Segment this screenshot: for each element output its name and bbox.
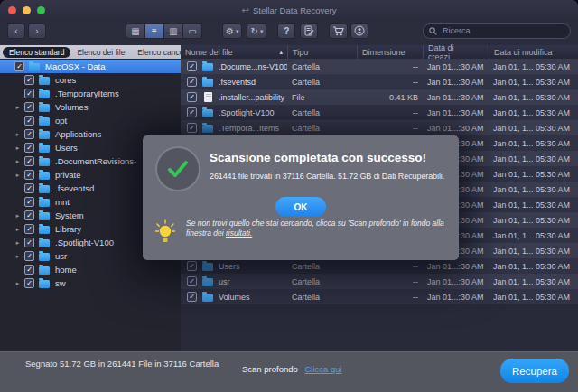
sidebar-item-label: mnt: [55, 197, 70, 207]
back-button[interactable]: ‹: [7, 23, 25, 39]
register-button[interactable]: [300, 23, 318, 39]
file-type: Cartella: [287, 124, 357, 133]
view-switcher: ▦≡▥▭: [126, 23, 202, 39]
column-header-modified[interactable]: Data di modifica: [489, 45, 578, 59]
checkbox[interactable]: ✓: [24, 224, 34, 234]
checkbox[interactable]: ✓: [187, 261, 197, 271]
file-name-cell: ✓.Spotlight-V100: [181, 107, 287, 117]
checkbox[interactable]: ✓: [187, 61, 197, 71]
table-row[interactable]: ✓.Spotlight-V100Cartella--Jan 01...:30 A…: [181, 105, 578, 120]
sidebar-item-home[interactable]: ▸✓home: [0, 263, 181, 276]
checkbox[interactable]: ✓: [187, 107, 197, 117]
sidebar-item-cores[interactable]: ▸✓cores: [0, 73, 181, 87]
check-icon: [166, 159, 190, 179]
checkbox[interactable]: ✓: [187, 77, 197, 87]
file-name-cell: ✓.fseventsd: [181, 77, 287, 87]
checkbox[interactable]: ✓: [24, 238, 34, 247]
checkbox[interactable]: ✓: [187, 92, 197, 102]
checkbox[interactable]: ✓: [24, 129, 34, 139]
selection-summary: Segnato 51.72 GB in 261441 File in 37116…: [25, 359, 251, 370]
return-arrow-icon: ↩: [242, 5, 249, 15]
file-modified: Jan 01, 1... 05:30 AM: [489, 139, 578, 148]
file-size: 0.41 KB: [357, 93, 423, 102]
ok-button[interactable]: OK: [275, 197, 326, 217]
file-size: --: [357, 78, 423, 87]
checkbox[interactable]: ✓: [24, 265, 34, 275]
refresh-icon: ↻: [250, 24, 257, 38]
checkbox[interactable]: ✓: [187, 292, 197, 302]
tab-bar: Elenco standardElenco dei fileElenco can…: [0, 45, 181, 59]
success-circle: [155, 146, 200, 191]
checkbox[interactable]: ✓: [24, 251, 34, 261]
expand-arrow-icon[interactable]: ▸: [13, 158, 23, 165]
search-input[interactable]: [441, 25, 564, 36]
column-header-type[interactable]: Tipo: [287, 45, 357, 59]
list-view-icon: ≡: [152, 24, 157, 38]
sidebar-item-label: private: [55, 170, 81, 180]
help-button[interactable]: ?: [277, 23, 295, 39]
file-created: Jan 01...:30 AM: [423, 277, 489, 286]
column-header-size[interactable]: Dimensione: [357, 45, 423, 59]
file-name: .Docume...ns-V100: [219, 62, 287, 71]
tab-elenco-dei-file[interactable]: Elenco dei file: [70, 47, 131, 58]
checkbox[interactable]: ✓: [24, 75, 34, 85]
rescan-button[interactable]: ↻ ▾: [247, 23, 266, 39]
file-modified: Jan 01, 1... 05:30 AM: [489, 62, 578, 71]
statusbar: Segnato 51.72 GB in 261441 File in 37116…: [0, 351, 578, 392]
checkbox[interactable]: ✓: [24, 143, 34, 153]
table-row[interactable]: ✓.Tempora...ItemsCartella--Jan 01...:30 …: [181, 120, 578, 135]
expand-arrow-icon[interactable]: ▸: [13, 253, 23, 260]
tab-elenco-standard[interactable]: Elenco standard: [3, 47, 70, 58]
file-name: .Spotlight-V100: [219, 108, 275, 117]
checkbox[interactable]: ✓: [14, 61, 24, 71]
grid-view-button[interactable]: ▦: [126, 23, 145, 39]
checkbox[interactable]: ✓: [24, 116, 34, 126]
column-view-button[interactable]: ▥: [163, 23, 183, 39]
list-view-button[interactable]: ≡: [144, 23, 164, 39]
expand-arrow-icon[interactable]: ▸: [13, 280, 23, 287]
table-row[interactable]: ✓.Docume...ns-V100Cartella--Jan 01...:30…: [181, 59, 578, 74]
column-header-created[interactable]: Data di creazi...: [423, 45, 489, 59]
table-row[interactable]: ✓.fseventsdCartella--Jan 01...:30 AMJan …: [181, 74, 578, 89]
sidebar-item-macosx-data[interactable]: ▸✓MacOSX - Data: [0, 60, 181, 73]
file-created: Jan 01...:30 AM: [423, 62, 489, 71]
table-row[interactable]: ✓.installer...patibilityFile0.41 KBJan 0…: [181, 89, 578, 105]
expand-arrow-icon[interactable]: ▸: [13, 239, 23, 247]
column-header-name[interactable]: Nome del file ▴: [181, 45, 287, 59]
expand-arrow-icon[interactable]: ▸: [13, 131, 23, 138]
sidebar-item-sw[interactable]: ▸✓sw: [0, 276, 181, 290]
expand-arrow-icon[interactable]: ▸: [13, 226, 23, 233]
file-name: .installer...patibility: [219, 93, 284, 102]
checkbox[interactable]: ✓: [24, 183, 34, 193]
checkbox[interactable]: ✓: [24, 89, 34, 98]
expand-arrow-icon[interactable]: ▸: [13, 212, 23, 219]
buy-button[interactable]: [329, 23, 348, 39]
expand-arrow-icon[interactable]: ▸: [13, 145, 23, 152]
table-row[interactable]: ✓usrCartella--Jan 01...:30 AMJan 01, 1..…: [181, 274, 578, 289]
expand-arrow-icon[interactable]: ▸: [13, 172, 23, 179]
file-type: Cartella: [287, 78, 357, 87]
folder-icon: [202, 294, 213, 302]
checkbox[interactable]: ✓: [24, 197, 34, 207]
cover-view-button[interactable]: ▭: [182, 23, 202, 39]
forward-button[interactable]: ›: [28, 23, 46, 39]
checkbox[interactable]: ✓: [187, 123, 197, 133]
settings-button[interactable]: ⚙ ▾: [222, 23, 242, 39]
expand-arrow-icon[interactable]: ▸: [13, 104, 23, 111]
checkbox[interactable]: ✓: [24, 210, 34, 220]
table-row[interactable]: ✓UsersCartella--Jan 01...:30 AMJan 01, 1…: [181, 258, 578, 274]
account-button[interactable]: [350, 23, 368, 39]
folder-icon: [202, 125, 213, 133]
sidebar-item-volumes[interactable]: ▸✓Volumes: [0, 100, 181, 114]
checkbox[interactable]: ✓: [24, 170, 34, 180]
checkbox[interactable]: ✓: [24, 102, 34, 112]
sidebar-item-temporaryitems[interactable]: ▸✓.TemporaryItems: [0, 87, 181, 100]
checkbox[interactable]: ✓: [187, 276, 197, 286]
folder-icon: [29, 63, 40, 71]
recover-button[interactable]: Recupera: [500, 359, 569, 383]
checkbox[interactable]: ✓: [24, 156, 34, 166]
checkbox[interactable]: ✓: [24, 278, 34, 288]
sidebar-item-opt[interactable]: ▸✓opt: [0, 114, 181, 127]
deep-scan-link[interactable]: Clicca qui: [304, 364, 341, 374]
table-row[interactable]: ✓VolumesCartella--Jan 01...:30 AMJan 01,…: [181, 289, 578, 304]
